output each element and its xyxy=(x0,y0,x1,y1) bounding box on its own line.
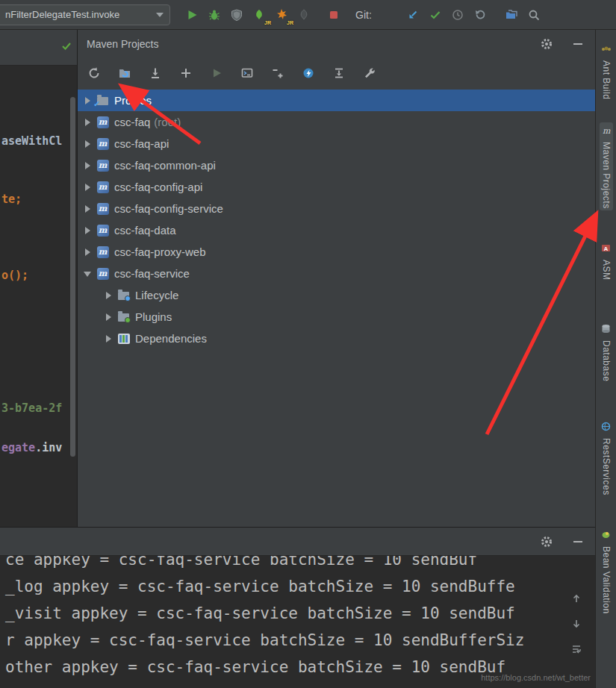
changed-files-button[interactable] xyxy=(500,4,523,25)
chevron-right-icon[interactable] xyxy=(105,334,113,343)
chevron-right-icon[interactable] xyxy=(84,248,93,257)
download-sources-button[interactable] xyxy=(148,66,163,81)
tree-node-dependencies[interactable]: Dependencies xyxy=(78,328,595,349)
editor-scrollbar[interactable] xyxy=(70,97,75,457)
add-maven-project-button[interactable] xyxy=(178,66,193,81)
soft-wrap-button[interactable] xyxy=(570,642,583,656)
chevron-right-icon[interactable] xyxy=(84,226,93,235)
git-history-button[interactable] xyxy=(447,4,469,25)
scroll-up-button[interactable] xyxy=(570,592,583,605)
run-with-jrebel-button[interactable]: JR xyxy=(248,4,270,25)
code-fragment: aseWithCl xyxy=(1,134,62,148)
tree-node-suffix: (root) xyxy=(154,116,181,128)
stop-button[interactable] xyxy=(323,4,345,25)
tree-node-label: Dependencies xyxy=(135,332,207,345)
terminal-icon xyxy=(240,66,254,80)
scroll-down-button[interactable] xyxy=(570,617,583,631)
skip-tests-button[interactable] xyxy=(332,66,346,81)
chevron-right-icon[interactable] xyxy=(84,96,93,105)
folder-sync-icon xyxy=(118,66,131,80)
tree-node-csc-faq-data[interactable]: mcsc-faq-data xyxy=(78,219,595,241)
tool-tab-asm[interactable]: AASM xyxy=(600,240,613,283)
rest-icon xyxy=(601,421,611,434)
module-icon: m xyxy=(96,116,109,128)
chevron-right-icon[interactable] xyxy=(84,204,93,213)
tree-node-csc-faq-common-api[interactable]: mcsc-faq-common-api xyxy=(78,154,595,176)
plus-minus-icon xyxy=(271,66,284,80)
tool-tab-maven-projects[interactable]: mMaven Projects xyxy=(600,122,613,211)
tree-node-label: csc-faq-config-api xyxy=(114,181,202,193)
tool-tab-database[interactable]: Database xyxy=(600,321,613,384)
chevron-right-icon[interactable] xyxy=(105,291,113,300)
chevron-right-icon[interactable] xyxy=(84,140,93,148)
git-label: Git: xyxy=(355,9,372,21)
run-config-dropdown[interactable]: nFilterDelegateTest.invoke xyxy=(0,4,170,25)
tool-tab-label: Maven Projects xyxy=(601,142,612,209)
panel-hide-button[interactable] xyxy=(571,37,585,51)
soft-wrap-icon xyxy=(570,643,582,655)
console-hide-button[interactable] xyxy=(571,535,585,548)
tree-node-csc-faq[interactable]: mcsc-faq (root) xyxy=(78,111,595,133)
tree-node-csc-faq-api[interactable]: mcsc-faq-api xyxy=(78,133,595,154)
tool-tab-label: Ant Build xyxy=(601,60,612,100)
maven-settings-button[interactable] xyxy=(362,66,377,81)
tree-node-csc-faq-service[interactable]: mcsc-faq-service xyxy=(78,263,595,284)
editor-code: aseWithClte;o();3-b7ea-2fegate.inv xyxy=(0,30,77,527)
code-fragment: o(); xyxy=(1,269,28,282)
watermark: https://blog.csdn.net/wt_better xyxy=(481,673,591,682)
module-icon: m xyxy=(96,160,109,172)
git-rollback-button[interactable] xyxy=(469,4,491,25)
reimport-maven-button[interactable] xyxy=(87,66,102,81)
tool-tab-label: Database xyxy=(601,340,612,381)
run-button[interactable] xyxy=(181,4,203,25)
maven-icon: m xyxy=(601,125,611,138)
panel-settings-button[interactable] xyxy=(540,37,553,51)
offline-mode-button[interactable] xyxy=(301,66,316,81)
git-update-button[interactable] xyxy=(402,4,424,25)
gear-icon xyxy=(541,38,553,50)
generate-sources-button[interactable] xyxy=(117,66,132,81)
tree-node-csc-faq-proxy-web[interactable]: mcsc-faq-proxy-web xyxy=(78,241,595,263)
tree-node-csc-faq-config-service[interactable]: mcsc-faq-config-service xyxy=(78,198,595,219)
run-maven-build-button[interactable] xyxy=(209,66,224,81)
chevron-right-icon[interactable] xyxy=(84,183,93,192)
tool-tab-restservices[interactable]: RestServices xyxy=(600,419,613,498)
tree-node-profiles[interactable]: Profiles xyxy=(78,90,595,111)
debug-with-jrebel-button[interactable]: JR xyxy=(270,4,293,25)
code-token: aseWithCl xyxy=(1,134,62,148)
svg-text:m: m xyxy=(603,126,611,135)
tree-node-label: csc-faq xyxy=(114,116,150,128)
git-commit-button[interactable] xyxy=(424,4,447,25)
xrebel-button[interactable] xyxy=(293,4,315,25)
editor-area[interactable]: aseWithClte;o();3-b7ea-2fegate.inv xyxy=(0,30,78,527)
console-output[interactable]: ce appkey = csc-faq-service batchSize = … xyxy=(0,556,595,688)
download-icon xyxy=(149,66,162,80)
tree-node-lifecycle[interactable]: Lifecycle xyxy=(78,284,595,306)
tool-tab-ant-build[interactable]: Ant Build xyxy=(600,41,613,102)
console-line: _visit appkey = csc-faq-service batchSiz… xyxy=(5,600,568,627)
panel-title: Maven Projects xyxy=(87,38,522,50)
tool-tab-label: Bean Validation xyxy=(601,546,612,614)
run-console-panel: ce appkey = csc-faq-service batchSize = … xyxy=(0,527,595,688)
console-line: ce appkey = csc-faq-service batchSize = … xyxy=(5,556,568,573)
module-icon: m xyxy=(96,203,109,215)
refresh-icon xyxy=(87,66,101,80)
tree-node-csc-faq-config-api[interactable]: mcsc-faq-config-api xyxy=(78,176,595,198)
chevron-right-icon[interactable] xyxy=(84,161,93,170)
minimize-icon xyxy=(573,541,582,542)
debug-button[interactable] xyxy=(203,4,225,25)
chevron-right-icon[interactable] xyxy=(84,118,93,127)
tool-tab-bean-validation[interactable]: Bean Validation xyxy=(600,527,613,616)
console-line: _log appkey = csc-faq-service batchSize … xyxy=(5,573,568,600)
chevron-right-icon[interactable] xyxy=(105,313,113,322)
console-header xyxy=(0,528,595,556)
search-everywhere-button[interactable] xyxy=(523,4,545,25)
expand-collapse-button[interactable] xyxy=(270,66,285,81)
code-fragment: te; xyxy=(1,193,22,206)
module-icon: m xyxy=(96,268,109,280)
execute-goal-button[interactable] xyxy=(240,66,255,81)
coverage-button[interactable] xyxy=(225,4,248,25)
tree-node-plugins[interactable]: Plugins xyxy=(78,306,595,328)
console-settings-button[interactable] xyxy=(540,535,553,548)
chevron-down-icon[interactable] xyxy=(84,269,93,278)
